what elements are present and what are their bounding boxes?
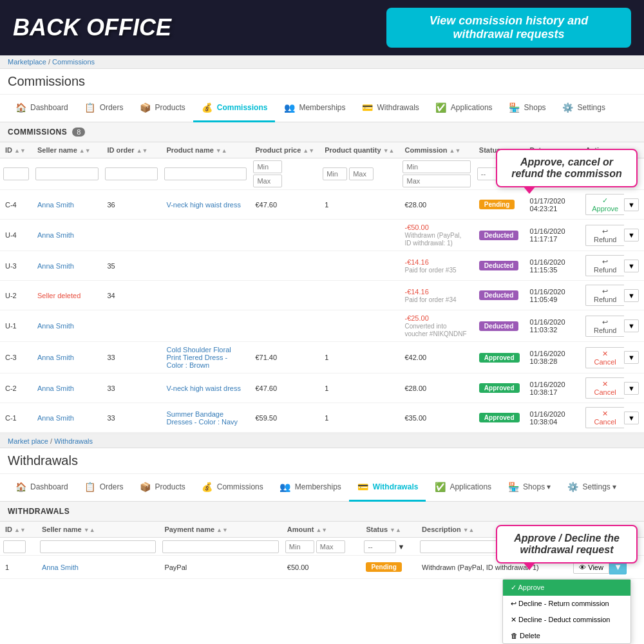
action-dropdown-btn[interactable]: ▼ xyxy=(624,229,639,242)
nav-memberships[interactable]: 👥Memberships xyxy=(275,95,353,122)
row-qty xyxy=(319,281,399,310)
action-main-btn[interactable]: ✓ Approve xyxy=(585,194,624,215)
action-group: ↩ Refund ▼ xyxy=(585,225,639,246)
action-dropdown-btn[interactable]: ▼ xyxy=(624,319,639,332)
w-row-status: Pending xyxy=(361,556,417,579)
row-date: 01/16/2020 10:38:17 xyxy=(525,374,581,403)
withdrawals-title: WITHDRAWALS xyxy=(8,507,70,516)
dropdown-delete[interactable]: 🗑 Delete xyxy=(503,628,630,643)
row-date: 01/17/2020 04:23:21 xyxy=(525,190,581,220)
row-action: ✓ Approve ▼ xyxy=(580,190,644,220)
row-commission: €28.00 xyxy=(399,190,473,220)
row-id: U-4 xyxy=(0,220,32,251)
row-date: 01/16/2020 11:05:49 xyxy=(525,281,581,310)
withdrawals-section: Market place / Withdrawals Withdrawals 🏠… xyxy=(0,433,644,644)
breadcrumb: Marketplace / Commissions xyxy=(0,55,644,69)
dropdown-approve[interactable]: ✓ Approve xyxy=(503,580,630,596)
applications-icon: ✅ xyxy=(435,101,448,114)
filter-order[interactable] xyxy=(105,167,158,180)
row-seller: Anna Smith xyxy=(32,403,102,433)
nav-settings[interactable]: ⚙️Settings xyxy=(554,95,613,122)
table-row: U-3 Anna Smith 35 -€14.16Paid for order … xyxy=(0,251,644,281)
withdrawals-breadcrumb: Market place / Withdrawals xyxy=(0,435,644,448)
action-main-btn[interactable]: ✕ Cancel xyxy=(585,407,624,428)
action-main-btn[interactable]: ✕ Cancel xyxy=(585,347,624,368)
nav-commissions[interactable]: 💰Commissions xyxy=(193,95,276,122)
filter-product[interactable] xyxy=(164,167,247,180)
row-status: Deducted xyxy=(474,281,525,310)
table-row: C-4 Anna Smith 36 V-neck high waist dres… xyxy=(0,190,644,220)
row-status: Pending xyxy=(474,190,525,220)
filter-qty-max[interactable] xyxy=(349,167,374,180)
w-filter-payment[interactable] xyxy=(162,540,278,553)
w-filter-amount-max[interactable] xyxy=(316,540,345,553)
w-filter-seller[interactable] xyxy=(40,540,156,553)
w-filter-id[interactable] xyxy=(3,540,26,553)
withdrawals-nav: 🏠Dashboard 📋Orders 📦Products 💰Commission… xyxy=(0,474,644,502)
w-col-amount: Amount ▲▼ xyxy=(282,522,361,538)
nav-products[interactable]: 📦Products xyxy=(131,95,193,122)
action-dropdown-btn[interactable]: ▼ xyxy=(624,412,639,424)
row-commission: €28.00 xyxy=(399,374,473,403)
w-nav-withdrawals[interactable]: 💳Withdrawals xyxy=(349,474,426,502)
row-seller: Anna Smith xyxy=(32,342,102,374)
nav-withdrawals[interactable]: 💳Withdrawals xyxy=(353,95,426,122)
action-dropdown-btn[interactable]: ▼ xyxy=(624,260,639,272)
row-commission: -€14.16Paid for order #34 xyxy=(399,281,473,310)
action-main-btn[interactable]: ↩ Refund xyxy=(585,316,624,337)
action-dropdown-btn[interactable]: ▼ xyxy=(624,351,639,364)
w-filter-amount-min[interactable] xyxy=(285,540,314,553)
action-main-btn[interactable]: ↩ Refund xyxy=(585,225,624,246)
withdrawal-action-dropdown: ✓ Approve ↩ Decline - Return commission … xyxy=(502,579,631,644)
row-date: 01/16/2020 10:38:04 xyxy=(525,403,581,433)
action-dropdown-btn[interactable]: ▼ xyxy=(624,198,639,211)
w-col-payment: Payment name ▲▼ xyxy=(159,522,281,538)
commissions-tooltip: Approve, cancel or refund the commisson xyxy=(496,149,638,187)
nav-orders[interactable]: 📋Orders xyxy=(76,95,131,122)
filter-price-min[interactable] xyxy=(253,160,282,173)
w-nav-dashboard[interactable]: 🏠Dashboard xyxy=(6,474,76,502)
dropdown-decline-return[interactable]: ↩ Decline - Return commission xyxy=(503,596,630,612)
action-dropdown-btn[interactable]: ▼ xyxy=(624,289,639,302)
products-icon: 📦 xyxy=(138,101,151,114)
nav-applications[interactable]: ✅Applications xyxy=(427,95,500,122)
row-price xyxy=(250,220,319,251)
row-qty: 1 xyxy=(319,342,399,374)
w-nav-products[interactable]: 📦Products xyxy=(131,474,193,502)
filter-price-max[interactable] xyxy=(253,175,282,187)
commission-count: 8 xyxy=(72,128,85,137)
page-title: Commissions xyxy=(0,69,644,95)
w-nav-commissions[interactable]: 💰Commissions xyxy=(193,474,271,502)
action-main-btn[interactable]: ↩ Refund xyxy=(585,255,624,276)
dropdown-decline-deduct[interactable]: ✕ Decline - Deduct commission xyxy=(503,612,630,628)
w-nav-settings[interactable]: ⚙️Settings ▾ xyxy=(558,474,624,502)
filter-id[interactable] xyxy=(3,167,29,180)
withdrawals-tooltip: Approve / Decline the withdrawal request xyxy=(496,525,638,564)
filter-seller[interactable] xyxy=(35,167,99,180)
row-order: 33 xyxy=(102,342,161,374)
action-group: ↩ Refund ▼ xyxy=(585,285,639,306)
filter-qty-min[interactable] xyxy=(323,167,347,180)
action-dropdown-btn[interactable]: ▼ xyxy=(624,382,639,395)
action-group: ✕ Cancel ▼ xyxy=(585,377,639,399)
row-product xyxy=(161,281,250,310)
w-nav-applications[interactable]: ✅Applications xyxy=(426,474,499,502)
row-date: 01/16/2020 11:03:32 xyxy=(525,310,581,342)
w-nav-memberships[interactable]: 👥Memberships xyxy=(271,474,349,502)
filter-commission-max[interactable] xyxy=(402,175,470,187)
col-commission: Commission ▲▼ xyxy=(399,142,473,158)
row-seller: Anna Smith xyxy=(32,220,102,251)
row-qty xyxy=(319,251,399,281)
w-row-id: 1 xyxy=(0,556,37,579)
w-nav-shops[interactable]: 🏪Shops ▾ xyxy=(499,474,558,502)
w-col-seller: Seller name ▼▲ xyxy=(37,522,159,538)
w-row-amount: €50.00 xyxy=(282,556,361,579)
action-main-btn[interactable]: ↩ Refund xyxy=(585,285,624,306)
commissions-section: BACK OFFICE View comsission history and … xyxy=(0,0,644,433)
action-main-btn[interactable]: ✕ Cancel xyxy=(585,377,624,399)
w-nav-orders[interactable]: 📋Orders xyxy=(76,474,131,502)
w-filter-status[interactable] xyxy=(364,540,396,553)
filter-commission-min[interactable] xyxy=(402,160,470,173)
nav-shops[interactable]: 🏪Shops xyxy=(500,95,554,122)
nav-dashboard[interactable]: 🏠Dashboard xyxy=(6,95,76,122)
